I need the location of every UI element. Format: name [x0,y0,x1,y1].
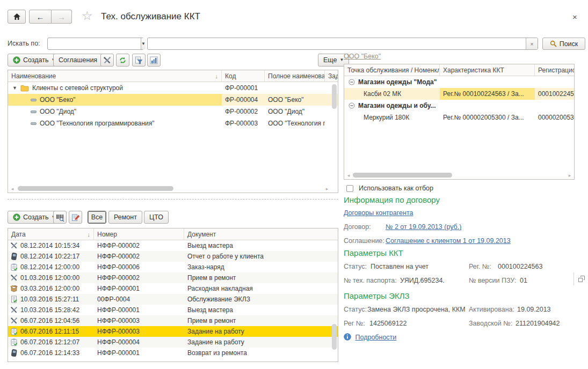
column-header-reg[interactable]: Регистрационный н [535,64,574,76]
edit-document-button[interactable] [69,211,82,224]
eklz-status-value: Замена ЭКЛЗ просрочена, ККМ за [367,306,466,313]
scrollbar-thumb[interactable] [18,186,173,191]
search-by-input[interactable] [48,38,141,49]
column-label: Наименование [11,72,56,80]
home-button[interactable] [8,10,26,24]
details-row[interactable]: Подробности [344,333,396,341]
scrollbar-thumb[interactable] [353,173,452,178]
document-row[interactable]: 10.03.2016 15:28:42НФФР-000001Выезд маст… [8,305,338,315]
scroll-left-icon[interactable]: ◂ [9,186,16,191]
column-header-full[interactable]: Полное наименование [265,70,325,82]
filter-repair-button[interactable]: Ремонт [108,211,142,224]
column-header-debt[interactable]: Задолж [325,70,338,82]
device-icon [10,349,18,357]
search-by-dropdown-button[interactable]: ▼ [141,38,146,49]
horizontal-scrollbar[interactable]: ◂ ▸ [345,172,573,179]
client-link[interactable]: ООО "Беко" [344,53,381,60]
filter-cto-button[interactable]: ЦТО [144,211,169,224]
collapse-minus-icon[interactable] [349,102,355,109]
search-by-label: Искать по: [8,40,40,47]
cell-doc: Задание на работу [184,337,338,348]
client-row[interactable]: ООО "Диод" ФР-000002 ООО "Диод" [8,106,338,117]
open-window-button[interactable] [578,275,585,283]
client-row[interactable]: ООО "Технология программирования" ФР-000… [8,117,338,129]
group-name: Магазин одежды и обу... [358,102,436,109]
document-row[interactable]: 01.03.2016 12:00:00НФФР-000002Прием в ре… [8,272,338,283]
filter-repair-label: Ремонт [114,213,137,221]
horizontal-scrollbar[interactable]: ◂ ▸ [9,185,330,192]
scroll-right-icon[interactable]: ▸ [567,173,573,178]
column-label: Документ [187,231,216,238]
forward-arrow-icon: → [57,12,66,21]
forward-button[interactable]: → [52,10,72,24]
box-icon [10,285,18,292]
refresh-button[interactable] [116,54,129,67]
agreements-button[interactable]: Соглашения [53,54,103,67]
contract-link[interactable]: № 2 от 19.09.2013 (руб.) [386,223,461,231]
equipment-row-selected[interactable]: Касби 02 МК Рег.№ 000100224563 / За... 0… [344,88,574,100]
document-row[interactable]: 06.07.2016 12:14:33НФФР-000001Возврат из… [8,348,338,358]
eklz-reg-label: Рег №: [344,320,365,327]
scroll-right-icon[interactable]: ▸ [324,186,330,191]
client-name: ООО "Беко" [40,96,75,104]
column-header-code[interactable]: Код [222,70,265,82]
document-row[interactable]: 06.07.2016 12:12:07НФФР-000004Задание на… [8,337,338,348]
info-icon [344,333,351,341]
document-row[interactable]: 08.12.2014 12:00:00НФФР-000006Заказ-наря… [8,262,338,272]
column-header-point[interactable]: Точка обслуживания / Номенкл... [344,64,440,76]
close-icon[interactable]: × [572,12,577,21]
search-by-select[interactable]: ▼ [47,38,144,50]
search-button-label: Поиск [560,40,578,48]
cell-name: ООО "Диод" [8,106,222,117]
contracts-link[interactable]: Договоры контрагента [344,209,413,217]
search-input[interactable] [148,38,526,49]
column-header-number[interactable]: Номер [94,228,184,240]
document-row[interactable]: 10.03.2016 15:27:1100ФР-0004Обслуживание… [8,294,338,305]
favorite-star-icon[interactable]: ☆ [82,9,93,23]
use-as-filter-checkbox[interactable] [346,185,353,192]
document-row[interactable]: 06.07.2016 12:04:56НФФР-000003Прием в ре… [8,315,338,326]
equipment-group-row[interactable]: Магазин одежды "Мода" [344,76,574,88]
filter-cto-label: ЦТО [149,213,163,221]
details-link[interactable]: Подробности [355,334,396,341]
filter-list-button[interactable] [132,54,146,67]
use-as-filter-label: Использовать как отбор [359,184,433,192]
cell-name: ▼ Клиенты с сетевой структурой [8,82,222,94]
client-row-selected[interactable]: ООО "Беко" ФР-000004 ООО "Беко" [8,94,338,106]
cell-date: 06.07.2016 12:11:15 [8,326,94,337]
cell-doc: Прием в ремонт [184,315,338,326]
client-name: ООО "Технология программирования" [40,120,155,127]
report-button[interactable] [147,54,161,67]
barcode-search-button[interactable] [53,211,67,224]
document-row-selected[interactable]: 06.07.2016 12:11:15НФФР-000003Задание на… [8,326,338,337]
search-field[interactable]: × [147,38,538,50]
agreement-link[interactable]: Соглашение с клиентом 1 от 19.09.2013 [386,237,511,245]
column-header-char[interactable]: Характеристика ККТ [440,64,535,76]
folder-icon [20,85,29,92]
back-button[interactable]: ← [29,10,52,24]
cell-code: ФР-000001 [222,82,265,94]
document-row[interactable]: 08.12.2014 10:15:34НФФР-000002Выезд маст… [8,240,338,251]
equipment-group-row[interactable]: Магазин одежды и обу... [344,100,574,112]
tree-expand-icon[interactable]: ▼ [12,85,17,91]
panel-splitter[interactable] [8,199,338,200]
search-button[interactable]: Поиск [542,38,585,50]
column-header-name[interactable]: Наименование↓ [8,70,222,82]
vertical-scrollbar[interactable] [332,84,337,109]
column-header-doc[interactable]: Документ [184,228,338,240]
collapse-minus-icon[interactable] [349,79,355,85]
scroll-left-icon[interactable]: ◂ [345,173,352,178]
clipboard-check-icon [10,263,18,271]
search-clear-button[interactable]: × [526,38,538,49]
settings-button[interactable] [100,54,114,67]
item-dash-icon [31,110,37,113]
document-row[interactable]: 08.12.2014 10:22:17НФФР-000002Отчет о ра… [8,251,338,262]
equipment-row[interactable]: Меркурий 180К Рег.№ 000002005300 / За...… [344,112,574,123]
document-row[interactable]: 03.03.2016 12:00:00НФФР-000001Расходная … [8,283,338,294]
doc-date: 03.03.2016 12:00:00 [20,285,79,292]
filter-all-button[interactable]: Все [88,211,106,224]
cell-date: 10.03.2016 15:28:42 [8,305,94,315]
vertical-scrollbar[interactable] [332,324,337,350]
client-row-folder[interactable]: ▼ Клиенты с сетевой структурой ФР-000001 [8,82,338,94]
column-header-date[interactable]: Дата↓ [8,228,94,240]
